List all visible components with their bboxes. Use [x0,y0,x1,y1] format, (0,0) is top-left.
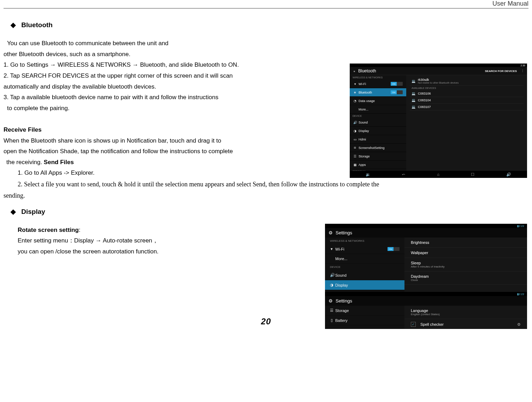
bt-main: 💻 rk30sdk Not visible to other Bluetooth… [406,75,527,172]
send-2: 2. Select a file you want to send, touch… [4,179,528,190]
sound-icon: 🔊 [353,121,357,124]
sidebar-item-wifi[interactable]: ▾Wi-Fi ON [325,244,404,254]
wifi-icon: ▾ [353,82,357,86]
option-wallpaper[interactable]: Wallpaper [404,248,527,258]
settings-sidebar: ☰Storage ▯Battery ▦Apps PERSONAL ⌖Locati… [325,306,404,329]
nav-back-icon[interactable]: ⤺ [402,172,405,177]
nav-recent-icon[interactable]: ☐ [471,172,474,177]
section-bluetooth-title: ◆ Bluetooth [11,19,528,31]
data-usage-icon: ◔ [353,99,357,103]
settings-titlebar: ⚙ Settings [325,296,527,306]
hdmi-icon: ▭ [353,138,357,141]
available-devices-label: AVAILABLE DEVICES [410,86,524,90]
wifi-icon: ▾ [330,247,333,251]
sidebar-item-display[interactable]: ◑Display [350,127,406,135]
sidebar-item-more[interactable]: More... [325,254,404,264]
sidebar-item-wifi[interactable]: ▾Wi-Fi ON [350,80,406,88]
settings-title: Settings [336,298,352,304]
settings-icon: ⚙ [329,298,333,304]
diamond-icon: ◆ [11,19,16,31]
option-sleep[interactable]: SleepAfter 5 minutes of inactivity [404,258,527,271]
checkbox-icon[interactable]: ✓ [411,322,416,327]
bluetooth-icon: 𝄪 [353,69,356,73]
sidebar-item-apps[interactable]: ▦Apps [325,325,404,329]
status-bar: ▮ 2:22 [325,224,527,228]
cat-wireless: WIRELESS & NETWORKS [325,238,404,244]
bt-title: Bluetooth [358,68,376,73]
settings-titlebar: ⚙ Settings [325,228,527,238]
sidebar-item-apps[interactable]: ▦Apps [350,161,406,169]
send-3: sending. [4,190,528,201]
screenshot-display: ▮ 2:22 ⚙ Settings WIRELESS & NETWORKS ▾W… [325,224,527,294]
settings-title: Settings [336,230,352,235]
storage-icon: ☰ [353,155,357,158]
bluetooth-icon: ∗ [353,91,357,94]
bt-device-3[interactable]: 💻C083107 [410,104,524,110]
sidebar-item-bluetooth[interactable]: ∗Bluetooth ON [350,88,406,97]
doc-title: User Manual [492,0,528,7]
cat-wireless: WIRELESS & NETWORKS [350,75,406,80]
sidebar-item-sound[interactable]: 🔊Sound [350,118,406,127]
search-devices-button[interactable]: SEARCH FOR DEVICES [485,70,517,73]
sidebar-item-more[interactable]: More... [350,105,406,114]
screenshot-bluetooth: 2:36 𝄪 Bluetooth SEARCH FOR DEVICES ⋮ WI… [350,64,527,178]
status-bar: 2:36 [350,64,527,67]
cat-device: DEVICE [325,264,404,270]
option-language[interactable]: LanguageEnglish (United States) [404,306,527,319]
settings-slider-icon[interactable]: ⚙ [517,322,521,327]
sidebar-item-hdmi[interactable]: ▭Hdmi [350,135,406,144]
battery-icon: ▯ [330,318,333,323]
bt-self-device[interactable]: 💻 rk30sdk Not visible to other Bluetooth… [410,77,524,86]
recv-3a: the receiving. [6,159,44,166]
sound-icon: 🔊 [330,273,333,277]
display-icon: ◑ [353,129,357,133]
sidebar-item-display[interactable]: ◑Display [325,280,404,290]
wifi-toggle[interactable]: ON [391,82,403,86]
laptop-icon: 💻 [412,105,415,109]
option-spell-checker[interactable]: ✓Spell checker ⚙ [404,319,527,329]
settings-icon: ⚙ [329,230,333,235]
page-header: User Manual [4,0,528,8]
send-files-heading: Send Files [44,159,74,166]
option-brightness[interactable]: Brightness [404,238,527,248]
sidebar-item-battery[interactable]: ▯Battery [325,316,404,325]
bt-intro-2: other Bluetooth devices, such as a smart… [4,49,528,60]
bt-device-1[interactable]: 💻C083106 [410,90,524,97]
bluetooth-toggle[interactable]: ON [391,90,403,94]
bt-sidebar: WIRELESS & NETWORKS ▾Wi-Fi ON ∗Bluetooth… [350,75,406,172]
nav-bar: 🔉 ⤺ ⌂ ☐ 🔊 [350,171,527,178]
display-heading: Display [21,208,45,215]
camera-icon: ⧈ [353,146,357,150]
sidebar-item-storage[interactable]: ☰Storage [325,306,404,316]
display-main: Brightness Wallpaper SleepAfter 5 minute… [404,238,527,293]
display-icon: ◑ [330,283,333,287]
language-main: LanguageEnglish (United States) ✓Spell c… [404,306,527,329]
bt-titlebar: 𝄪 Bluetooth SEARCH FOR DEVICES ⋮ [350,67,527,75]
bluetooth-heading: Bluetooth [21,21,53,29]
settings-sidebar: WIRELESS & NETWORKS ▾Wi-Fi ON More... DE… [325,238,404,293]
status-bar: ▮ 2:22 [325,292,527,296]
sidebar-item-sound[interactable]: 🔊Sound [325,270,404,280]
option-daydream[interactable]: DaydreamClock [404,271,527,285]
sidebar-item-data[interactable]: ◔Data usage [350,97,406,105]
bt-intro-1: You can use Bluetooth to communicate bet… [4,38,528,49]
nav-home-icon[interactable]: ⌂ [437,172,439,176]
screenshot-language: ▮ 2:22 ⚙ Settings ☰Storage ▯Battery ▦App… [325,292,527,329]
nav-vol-down-icon[interactable]: 🔉 [366,172,371,177]
status-time: 2:36 [520,64,525,67]
apps-icon: ▦ [353,163,357,167]
menu-icon[interactable]: ⋮ [521,69,524,73]
diamond-icon: ◆ [11,206,16,218]
sidebar-item-screenshot[interactable]: ⧈ScreenshotSetting [350,144,406,152]
laptop-icon: 💻 [412,98,415,102]
wifi-toggle[interactable]: ON [388,247,400,251]
laptop-icon: 💻 [412,92,415,95]
section-display-title: ◆ Display [11,206,528,218]
nav-vol-up-icon[interactable]: 🔊 [506,172,511,177]
apps-icon: ▦ [330,328,333,329]
laptop-icon: 💻 [412,79,415,83]
sidebar-item-storage[interactable]: ☰Storage [350,152,406,161]
cat-device: DEVICE [350,114,406,118]
storage-icon: ☰ [330,308,333,313]
bt-device-2[interactable]: 💻C083104 [410,97,524,104]
